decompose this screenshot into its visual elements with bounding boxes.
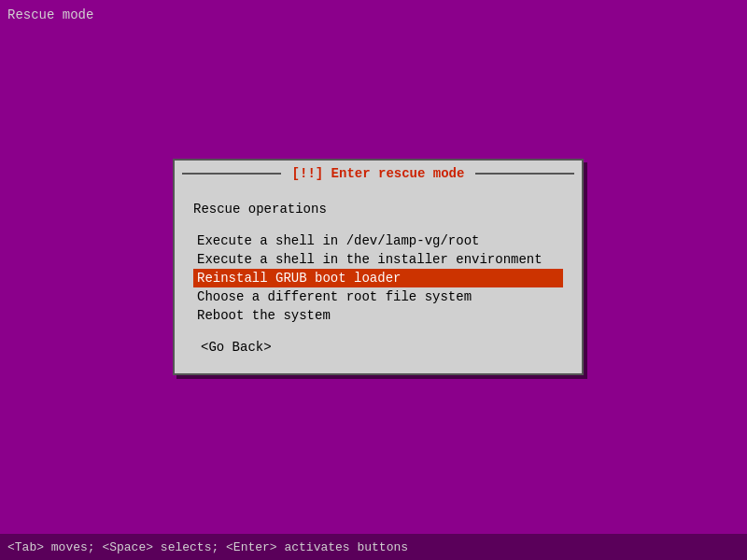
dialog-title-bar: [!!] Enter rescue mode <box>175 161 582 187</box>
dialog: [!!] Enter rescue mode Rescue operations… <box>173 159 584 375</box>
menu-item-2[interactable]: Reinstall GRUB boot loader <box>193 269 563 287</box>
menu-list: Execute a shell in /dev/lamp-vg/rootExec… <box>193 231 563 325</box>
status-bar-text: <Tab> moves; <Space> selects; <Enter> ac… <box>7 540 408 554</box>
dialog-heading: Rescue operations <box>193 202 563 217</box>
rescue-mode-label: Rescue mode <box>7 7 93 22</box>
menu-item-4[interactable]: Reboot the system <box>193 306 563 325</box>
go-back-button[interactable]: <Go Back> <box>201 340 272 355</box>
dialog-title: [!!] Enter rescue mode <box>289 166 469 181</box>
menu-item-3[interactable]: Choose a different root file system <box>193 287 563 306</box>
dialog-body: Rescue operations Execute a shell in /de… <box>175 187 582 373</box>
menu-item-1[interactable]: Execute a shell in the installer environ… <box>193 250 563 269</box>
menu-item-0[interactable]: Execute a shell in /dev/lamp-vg/root <box>193 231 563 250</box>
status-bar: <Tab> moves; <Space> selects; <Enter> ac… <box>0 534 747 560</box>
